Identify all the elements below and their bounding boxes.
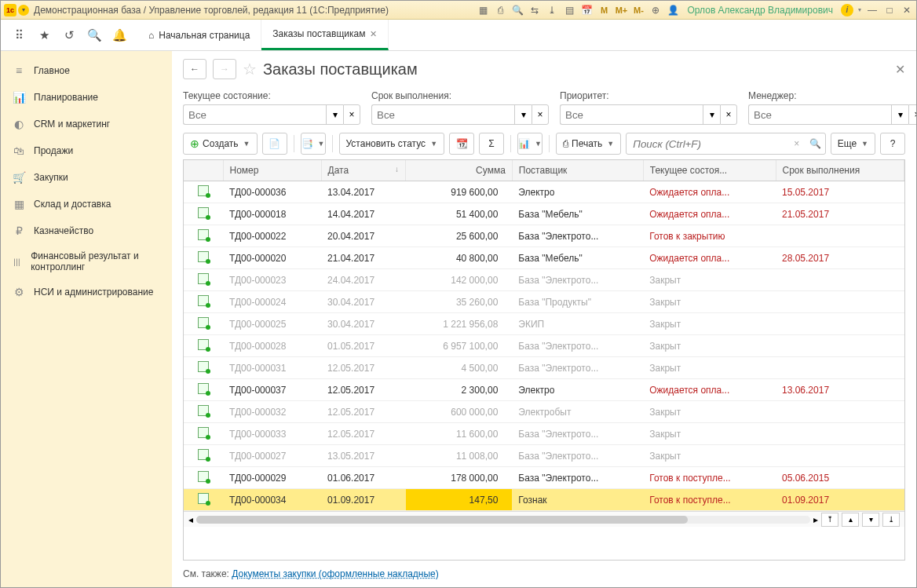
report-button[interactable]: 📊▼ [517,133,543,155]
help-button[interactable]: ? [880,133,905,155]
col-icon[interactable] [184,160,223,181]
filter-manager-dropdown[interactable]: ▾ [891,104,908,125]
nav-back-button[interactable]: ← [183,59,206,79]
col-supplier[interactable]: Поставщик [512,160,643,181]
filter-priority-input[interactable] [560,104,703,125]
app-menu-dropdown[interactable]: ▾ [18,5,29,16]
table-row[interactable]: ТД00-00002430.04.201735 260,00База "Прод… [184,291,904,313]
col-state[interactable]: Текущее состоя... [643,160,776,181]
close-window-icon[interactable]: ✕ [901,4,913,16]
filter-due-clear[interactable]: × [532,104,549,125]
table-row[interactable]: ТД00-00003712.05.20172 300,00ЭлектроОжид… [184,379,904,401]
compare-icon[interactable]: ⇆ [528,4,541,16]
close-page-icon[interactable]: ✕ [895,62,905,77]
memory-mplus-icon[interactable]: M+ [615,4,627,16]
favorite-page-icon[interactable]: ☆ [243,60,257,79]
col-sum[interactable]: Сумма [406,160,513,181]
filter-state-clear[interactable]: × [343,104,360,125]
filter-state-dropdown[interactable]: ▾ [326,104,343,125]
scroll-top-icon[interactable]: ⤒ [821,513,838,527]
sidebar-item-5[interactable]: ▦Склад и доставка [1,191,172,217]
sidebar-item-4[interactable]: 🛒Закупки [1,164,172,191]
table-row[interactable]: ТД00-00003613.04.2017919 600,00ЭлектроОж… [184,181,904,203]
save-icon[interactable]: ▦ [477,4,489,16]
filter-due-dropdown[interactable]: ▾ [514,104,532,125]
create-button[interactable]: ⊕ Создать ▼ [183,133,258,155]
table-row[interactable]: ТД00-00002220.04.201725 600,00База "Элек… [184,225,904,247]
basis-button[interactable]: 📑▼ [301,133,326,155]
search-box[interactable]: × 🔍 [626,133,825,155]
preview-icon[interactable]: 🔍 [511,4,524,16]
scroll-up-icon[interactable]: ▴ [842,513,859,527]
table-row[interactable]: ТД00-00003401.09.2017147,50ГознакГотов к… [184,489,904,511]
table-row[interactable]: ТД00-00003312.05.201711 600,00База "Элек… [184,423,904,445]
table-row[interactable]: ТД00-00002901.06.2017178 000,00База "Эле… [184,467,904,489]
sidebar-item-8[interactable]: ⚙НСИ и администрирование [1,279,172,305]
sidebar-item-3[interactable]: 🛍Продажи [1,137,172,164]
nav-forward-button[interactable]: → [213,59,236,79]
filter-due-input[interactable] [371,104,514,125]
sidebar-item-0[interactable]: ≡Главное [1,57,172,84]
tab-close-icon[interactable]: ✕ [370,29,377,39]
sidebar-label: Казначейство [34,225,93,236]
sidebar-item-1[interactable]: 📊Планирование [1,84,172,111]
more-button[interactable]: Еще ▼ [831,133,875,155]
filter-manager-clear[interactable]: × [908,104,916,125]
tab-orders[interactable]: Заказы поставщикам ✕ [261,20,389,50]
history-icon[interactable]: ↺ [62,28,76,42]
filter-manager-input[interactable] [748,104,891,125]
user-name[interactable]: Орлов Александр Владимирович [687,5,833,16]
table-row[interactable]: ТД00-00001814.04.201751 400,00База "Мебе… [184,203,904,225]
table-row[interactable]: ТД00-00002021.04.201740 800,00База "Мебе… [184,247,904,269]
apps-icon[interactable]: ⠿ [12,28,26,42]
search-input[interactable] [627,138,787,150]
scroll-bottom-icon[interactable]: ⤓ [882,513,900,527]
calendar-icon[interactable]: 📅 [580,4,593,16]
memory-mminus-icon[interactable]: M- [632,4,645,16]
bell-icon[interactable]: 🔔 [112,28,126,42]
filter-priority-clear[interactable]: × [720,104,737,125]
footer-link[interactable]: Документы закупки (оформленные накладные… [232,568,439,579]
cell-number: ТД00-000028 [223,335,321,357]
horizontal-scrollbar[interactable]: ◂ ▸ ⤒ ▴ ▾ ⤓ [184,511,904,527]
scroll-left-icon[interactable]: ◂ [188,514,193,525]
search-icon[interactable]: 🔍 [87,28,101,42]
favorite-icon[interactable]: ★ [37,28,51,42]
table-row[interactable]: ТД00-00002713.05.201711 008,00База "Элек… [184,445,904,467]
cell-due [776,269,904,291]
sidebar-item-2[interactable]: ◐CRM и маркетинг [1,111,172,137]
filter-state-input[interactable] [183,104,326,125]
dates-button[interactable]: 📆 [449,133,474,155]
sidebar-item-6[interactable]: ₽Казначейство [1,217,172,244]
maximize-icon[interactable]: □ [883,4,896,16]
cell-sum: 600 000,00 [406,401,513,423]
search-clear-icon[interactable]: × [787,138,806,149]
memory-m-icon[interactable]: M [597,4,610,16]
scroll-down-icon[interactable]: ▾ [862,513,879,527]
copy-button[interactable]: 📄 [262,133,287,155]
tab-home[interactable]: ⌂ Начальная страница [137,20,261,50]
filter-priority-dropdown[interactable]: ▾ [703,104,720,125]
zoom-icon[interactable]: ⊕ [649,4,662,16]
col-date[interactable]: Дата [321,160,406,181]
minimize-icon[interactable]: — [866,4,879,16]
print-icon[interactable]: ⎙ [494,4,506,16]
col-number[interactable]: Номер [223,160,321,181]
table-row[interactable]: ТД00-00002801.05.20176 957 100,00База "Э… [184,335,904,357]
table-row[interactable]: ТД00-00003112.05.20174 500,00База "Элект… [184,357,904,379]
cell-due [776,335,904,357]
info-icon[interactable]: i [841,4,853,16]
page-title: Заказы поставщикам [263,60,418,79]
set-status-button[interactable]: Установить статус ▼ [339,133,445,155]
calc-icon[interactable]: ▤ [563,4,575,16]
sum-button[interactable]: Σ [479,133,504,155]
table-row[interactable]: ТД00-00003212.05.2017600 000,00Электробы… [184,401,904,423]
print-button[interactable]: ⎙ Печать ▼ [556,133,621,155]
sidebar-item-7[interactable]: ⫼Финансовый результат и контроллинг [1,244,172,279]
search-exec-icon[interactable]: 🔍 [806,138,825,149]
col-due[interactable]: Срок выполнения [776,160,904,181]
scroll-right-icon[interactable]: ▸ [813,514,818,525]
table-row[interactable]: ТД00-00002530.04.20171 221 956,08ЭКИПЗак… [184,313,904,335]
export-icon[interactable]: ⤓ [546,4,558,16]
table-row[interactable]: ТД00-00002324.04.2017142 000,00База "Эле… [184,269,904,291]
